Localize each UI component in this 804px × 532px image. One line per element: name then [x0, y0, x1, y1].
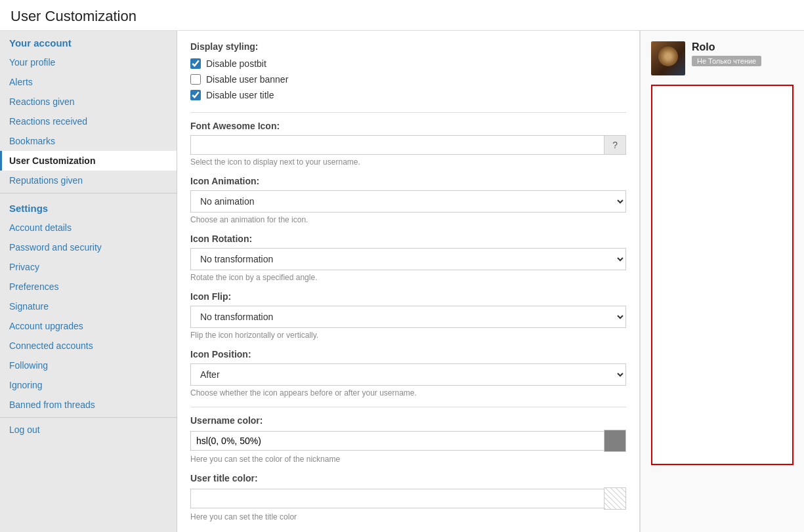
icon-rotation-select[interactable]: No transformation 90 degrees 180 degrees… [190, 248, 626, 270]
avatar-image [651, 41, 685, 75]
sidebar-item-your-profile[interactable]: Your profile [0, 52, 177, 72]
logout-link[interactable]: Log out [0, 417, 177, 441]
checkbox-row-disable-user-banner: Disable user banner [190, 72, 626, 87]
sidebar-item-connected-accounts[interactable]: Connected accounts [0, 336, 177, 356]
font-awesome-input[interactable] [190, 135, 604, 155]
username-color-hint: Here you can set the color of the nickna… [190, 455, 626, 464]
icon-position-group: Icon Position: After Before Choose wheth… [190, 349, 626, 398]
checkbox-row-disable-user-title: Disable user title [190, 87, 626, 103]
sidebar-item-bookmarks[interactable]: Bookmarks [0, 131, 177, 151]
icon-flip-label: Icon Flip: [190, 291, 626, 302]
sidebar-item-account-details[interactable]: Account details [0, 218, 177, 237]
icon-position-hint: Choose whether the icon appears before o… [190, 388, 626, 398]
right-panel: Rolo Не Только чтение [640, 31, 804, 532]
display-styling-group: Display styling: Disable postbit Disable… [190, 41, 626, 103]
sidebar-item-following[interactable]: Following [0, 356, 177, 375]
checkbox-label-disable-postbit: Disable postbit [206, 58, 266, 69]
sidebar-item-account-upgrades[interactable]: Account upgrades [0, 316, 177, 336]
username-color-label: Username color: [190, 415, 626, 426]
icon-animation-label: Icon Animation: [190, 176, 626, 186]
icon-flip-group: Icon Flip: No transformation Horizontal … [190, 291, 626, 340]
user-title-color-label: User title color: [190, 473, 626, 483]
icon-rotation-label: Icon Rotation: [190, 234, 626, 244]
user-title-color-swatch[interactable] [604, 487, 626, 510]
user-badge: Не Только чтение [692, 56, 761, 66]
icon-position-label: Icon Position: [190, 349, 626, 359]
checkbox-row-disable-postbit: Disable postbit [190, 56, 626, 72]
sidebar-item-preferences[interactable]: Preferences [0, 277, 177, 297]
icon-animation-group: Icon Animation: No animation Spin Pulse … [190, 176, 626, 224]
user-title-color-input-row [190, 487, 626, 510]
page-title: User Customization [0, 0, 804, 31]
main-content: Display styling: Disable postbit Disable… [177, 31, 640, 532]
username-color-input[interactable] [190, 431, 604, 451]
icon-flip-hint: Flip the icon horizontally or vertically… [190, 331, 626, 340]
avatar [651, 41, 685, 75]
sidebar-item-banned-from-threads[interactable]: Banned from threads [0, 395, 177, 415]
font-awesome-label: Font Awesome Icon: [190, 121, 626, 131]
icon-flip-select[interactable]: No transformation Horizontal Vertical Bo… [190, 306, 626, 328]
username-color-group: Username color: Here you can set the col… [190, 415, 626, 464]
preview-box [651, 85, 793, 465]
display-styling-label: Display styling: [190, 41, 626, 52]
user-title-color-input[interactable] [190, 489, 604, 508]
sidebar-item-user-customization[interactable]: User Customization [0, 151, 177, 171]
sidebar-item-alerts[interactable]: Alerts [0, 72, 177, 92]
sidebar-item-reputations-given[interactable]: Reputations given [0, 171, 177, 190]
user-title-color-group: User title color: Here you can set the t… [190, 473, 626, 522]
checkbox-label-disable-user-banner: Disable user banner [206, 74, 288, 85]
icon-rotation-hint: Rotate the icon by a specified angle. [190, 273, 626, 282]
user-info: Rolo Не Только чтение [692, 41, 761, 66]
username-color-swatch[interactable] [604, 430, 626, 452]
icon-animation-hint: Choose an animation for the icon. [190, 215, 626, 224]
checkbox-disable-user-banner[interactable] [190, 74, 201, 85]
user-card: Rolo Не Только чтение [651, 41, 793, 75]
sidebar-item-ignoring[interactable]: Ignoring [0, 375, 177, 395]
sidebar-item-password-security[interactable]: Password and security [0, 237, 177, 257]
checkbox-disable-postbit[interactable] [190, 58, 201, 69]
user-title-color-hint: Here you can set the title color [190, 512, 626, 522]
font-awesome-help-button[interactable]: ? [604, 135, 626, 155]
user-name: Rolo [692, 41, 761, 53]
sidebar: Your account Your profile Alerts Reactio… [0, 31, 177, 532]
icon-rotation-group: Icon Rotation: No transformation 90 degr… [190, 234, 626, 282]
sidebar-your-account-header: Your account [0, 31, 177, 52]
sidebar-item-reactions-given[interactable]: Reactions given [0, 92, 177, 112]
font-awesome-hint: Select the icon to display next to your … [190, 157, 626, 167]
sidebar-item-privacy[interactable]: Privacy [0, 257, 177, 277]
checkbox-label-disable-user-title: Disable user title [206, 90, 274, 100]
sidebar-item-signature[interactable]: Signature [0, 297, 177, 316]
icon-position-select[interactable]: After Before [190, 363, 626, 386]
checkbox-disable-user-title[interactable] [190, 90, 201, 100]
username-color-input-row [190, 430, 626, 452]
sidebar-item-reactions-received[interactable]: Reactions received [0, 112, 177, 131]
sidebar-settings-header: Settings [0, 196, 177, 218]
icon-animation-select[interactable]: No animation Spin Pulse Beat Fade Bounce [190, 190, 626, 213]
font-awesome-input-row: ? [190, 135, 626, 155]
font-awesome-group: Font Awesome Icon: ? Select the icon to … [190, 121, 626, 167]
